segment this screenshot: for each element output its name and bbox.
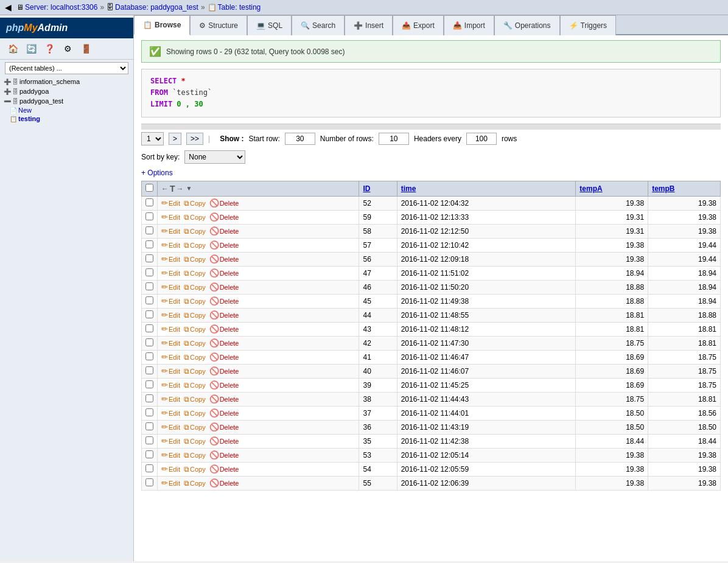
collapse-btn[interactable]: ◀: [5, 2, 12, 12]
delete-link[interactable]: 🚫 Delete: [209, 338, 239, 348]
arrow-right-icon[interactable]: →: [177, 184, 184, 193]
copy-link[interactable]: ⧉ Copy: [184, 213, 206, 222]
th-tempb[interactable]: tempB: [648, 181, 721, 196]
copy-link[interactable]: ⧉ Copy: [184, 451, 206, 460]
delete-link[interactable]: 🚫 Delete: [209, 380, 239, 390]
copy-link[interactable]: ⧉ Copy: [184, 283, 206, 292]
copy-link[interactable]: ⧉ Copy: [184, 325, 206, 334]
tab-search[interactable]: 🔍 Search: [292, 15, 345, 35]
row-checkbox[interactable]: [145, 310, 153, 318]
delete-link[interactable]: 🚫 Delete: [209, 296, 239, 306]
sort-select[interactable]: None PRIMARY: [184, 150, 245, 164]
edit-link[interactable]: ✏ Edit: [161, 464, 180, 474]
row-checkbox[interactable]: [145, 394, 153, 402]
delete-link[interactable]: 🚫 Delete: [209, 198, 239, 208]
row-checkbox[interactable]: [145, 366, 153, 374]
edit-link[interactable]: ✏ Edit: [161, 380, 180, 390]
tab-triggers[interactable]: ⚡ Triggers: [560, 15, 617, 35]
options-link[interactable]: + Options: [141, 169, 173, 177]
row-checkbox[interactable]: [145, 352, 153, 360]
recent-tables-dropdown[interactable]: (Recent tables) ... testing: [0, 60, 133, 77]
row-checkbox[interactable]: [145, 268, 153, 276]
row-checkbox[interactable]: [145, 226, 153, 234]
delete-link[interactable]: 🚫 Delete: [209, 268, 239, 278]
th-time[interactable]: time: [397, 181, 576, 196]
copy-link[interactable]: ⧉ Copy: [184, 367, 206, 376]
edit-link[interactable]: ✏ Edit: [161, 268, 180, 278]
th-id[interactable]: ID: [359, 181, 397, 196]
start-row-input[interactable]: [285, 133, 315, 145]
page-select[interactable]: 1: [141, 132, 164, 145]
row-checkbox[interactable]: [145, 282, 153, 290]
tab-export[interactable]: 📤 Export: [393, 15, 444, 35]
copy-link[interactable]: ⧉ Copy: [184, 381, 206, 390]
copy-link[interactable]: ⧉ Copy: [184, 409, 206, 418]
row-checkbox[interactable]: [145, 464, 153, 472]
delete-link[interactable]: 🚫 Delete: [209, 240, 239, 250]
row-checkbox[interactable]: [145, 212, 153, 220]
copy-link[interactable]: ⧉ Copy: [184, 395, 206, 404]
delete-link[interactable]: 🚫 Delete: [209, 282, 239, 292]
edit-link[interactable]: ✏ Edit: [161, 240, 180, 250]
select-all-checkbox[interactable]: [145, 184, 153, 192]
delete-link[interactable]: 🚫 Delete: [209, 254, 239, 264]
edit-link[interactable]: ✏ Edit: [161, 450, 180, 460]
row-checkbox[interactable]: [145, 324, 153, 332]
copy-link[interactable]: ⧉ Copy: [184, 311, 206, 320]
edit-link[interactable]: ✏ Edit: [161, 296, 180, 306]
edit-link[interactable]: ✏ Edit: [161, 478, 180, 488]
row-checkbox[interactable]: [145, 296, 153, 304]
tab-import[interactable]: 📥 Import: [444, 15, 494, 35]
edit-link[interactable]: ✏ Edit: [161, 324, 180, 334]
edit-link[interactable]: ✏ Edit: [161, 226, 180, 236]
copy-link[interactable]: ⧉ Copy: [184, 255, 206, 264]
table-link[interactable]: Table: testing: [218, 3, 261, 12]
tree-item-paddygoa-test[interactable]: ➖ 🗄 paddygoa_test: [0, 96, 133, 106]
tab-structure[interactable]: ⚙ Structure: [190, 15, 247, 35]
edit-link[interactable]: ✏ Edit: [161, 436, 180, 446]
edit-link[interactable]: ✏ Edit: [161, 352, 180, 362]
edit-link[interactable]: ✏ Edit: [161, 310, 180, 320]
copy-link[interactable]: ⧉ Copy: [184, 241, 206, 250]
tree-item-testing[interactable]: 📋 testing: [7, 114, 133, 123]
tab-operations[interactable]: 🔧 Operations: [494, 15, 560, 35]
last-page-btn[interactable]: >>: [186, 133, 203, 145]
delete-link[interactable]: 🚫 Delete: [209, 394, 239, 404]
arrow-left-icon[interactable]: ←: [161, 184, 169, 193]
delete-link[interactable]: 🚫 Delete: [209, 226, 239, 236]
refresh-icon[interactable]: 🔄: [24, 42, 38, 55]
row-checkbox[interactable]: [145, 408, 153, 416]
delete-link[interactable]: 🚫 Delete: [209, 366, 239, 376]
tree-item-information-schema[interactable]: ➕ 🗄 information_schema: [0, 77, 133, 86]
edit-link[interactable]: ✏ Edit: [161, 394, 180, 404]
row-checkbox[interactable]: [145, 436, 153, 444]
edit-link[interactable]: ✏ Edit: [161, 422, 180, 432]
tab-insert[interactable]: ➕ Insert: [345, 15, 393, 35]
tree-item-new[interactable]: 📄 New: [7, 106, 133, 114]
copy-link[interactable]: ⧉ Copy: [184, 479, 206, 488]
delete-link[interactable]: 🚫 Delete: [209, 436, 239, 446]
row-checkbox[interactable]: [145, 380, 153, 388]
delete-link[interactable]: 🚫 Delete: [209, 464, 239, 474]
delete-link[interactable]: 🚫 Delete: [209, 450, 239, 460]
headers-every-input[interactable]: [466, 133, 497, 145]
home-icon[interactable]: 🏠: [6, 42, 19, 55]
th-tempa[interactable]: tempA: [576, 181, 648, 196]
delete-link[interactable]: 🚫 Delete: [209, 324, 239, 334]
tree-item-paddygoa[interactable]: ➕ 🗄 paddygoa: [0, 86, 133, 96]
copy-link[interactable]: ⧉ Copy: [184, 465, 206, 474]
edit-link[interactable]: ✏ Edit: [161, 408, 180, 418]
server-link[interactable]: Server: localhost:3306: [25, 3, 97, 12]
settings-icon[interactable]: ⚙: [61, 42, 74, 55]
copy-link[interactable]: ⧉ Copy: [184, 339, 206, 348]
row-checkbox[interactable]: [145, 478, 153, 486]
next-page-btn[interactable]: >: [169, 133, 181, 145]
tab-browse[interactable]: 📋 Browse: [134, 15, 190, 35]
copy-link[interactable]: ⧉ Copy: [184, 227, 206, 236]
row-checkbox[interactable]: [145, 198, 153, 206]
delete-link[interactable]: 🚫 Delete: [209, 408, 239, 418]
row-checkbox[interactable]: [145, 254, 153, 262]
delete-link[interactable]: 🚫 Delete: [209, 352, 239, 362]
edit-link[interactable]: ✏ Edit: [161, 198, 180, 208]
copy-link[interactable]: ⧉ Copy: [184, 437, 206, 446]
